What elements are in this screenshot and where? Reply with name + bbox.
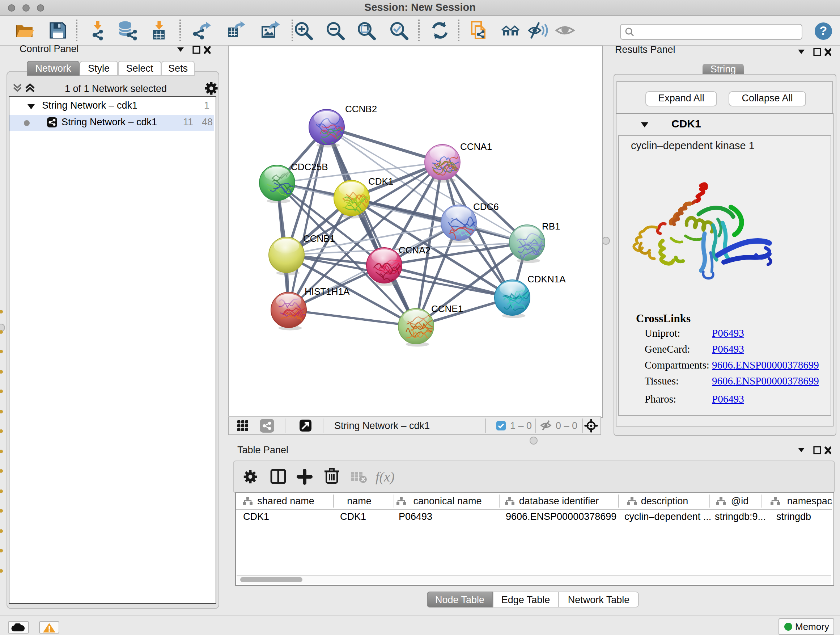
svg-text:description: description — [641, 496, 688, 507]
svg-text:HIST1H1A: HIST1H1A — [305, 286, 350, 297]
svg-text:CDK1: CDK1 — [368, 176, 393, 187]
svg-text:0 – 0: 0 – 0 — [556, 420, 577, 431]
svg-text:database identifier: database identifier — [519, 496, 599, 507]
svg-text:CDKN1A: CDKN1A — [527, 274, 566, 285]
svg-text:CCNA2: CCNA2 — [399, 245, 431, 256]
svg-text:CCNB2: CCNB2 — [345, 103, 377, 114]
svg-text:CCNE1: CCNE1 — [431, 303, 463, 314]
svg-text:CDC25B: CDC25B — [291, 162, 328, 172]
svg-text:CDC6: CDC6 — [473, 201, 499, 212]
svg-text:shared name: shared name — [257, 496, 314, 507]
svg-text:@id: @id — [731, 496, 748, 507]
svg-text:namespac: namespac — [787, 496, 832, 507]
svg-text:CCNB1: CCNB1 — [303, 233, 335, 244]
svg-text:1 of 1 Network selected: 1 of 1 Network selected — [65, 83, 167, 94]
svg-text:f(x): f(x) — [376, 469, 395, 485]
svg-text:canonical name: canonical name — [413, 496, 482, 507]
svg-text:CCNA1: CCNA1 — [460, 141, 492, 152]
svg-text:String Network – cdk1: String Network – cdk1 — [334, 420, 430, 431]
svg-text:RB1: RB1 — [542, 221, 561, 232]
svg-text:1 – 0: 1 – 0 — [510, 420, 532, 431]
svg-text:name: name — [347, 496, 371, 507]
